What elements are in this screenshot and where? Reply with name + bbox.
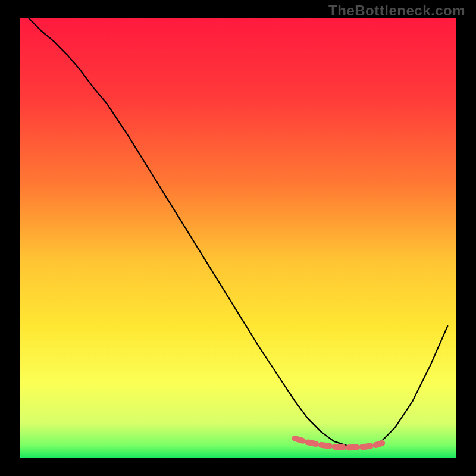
bottleneck-chart (0, 0, 476, 476)
watermark-text: TheBottleneck.com (328, 2, 465, 19)
gradient-background (20, 18, 456, 458)
chart-frame: TheBottleneck.com (0, 0, 476, 476)
